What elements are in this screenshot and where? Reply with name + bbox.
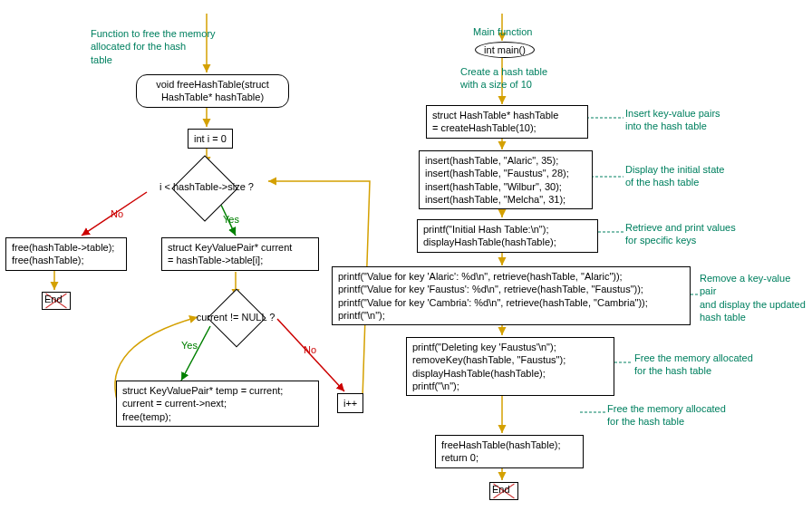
node-increment: i++ — [337, 393, 363, 413]
comment-display: Display the initial stateof the hash tab… — [625, 163, 761, 189]
node-func-sig: void freeHashTable(struct HashTable* has… — [136, 74, 289, 108]
comment-insert: Insert key-value pairsinto the hash tabl… — [625, 107, 752, 133]
comment-free-func: Function to free the memoryallocated for… — [91, 27, 245, 66]
node-free-hashtable: free(hashTable->table);free(hashTable); — [5, 237, 127, 271]
decision-null-text: current != NULL ? — [190, 312, 281, 323]
node-free-return: freeHashTable(hashTable);return 0; — [435, 435, 584, 468]
comment-free: Free the memory allocatedfor the hash ta… — [634, 352, 770, 378]
node-loop-body: struct KeyValuePair* temp = current;curr… — [116, 381, 319, 427]
label-yes-2: Yes — [181, 340, 198, 351]
node-display1: printf("Initial Hash Table:\n");displayH… — [417, 219, 598, 253]
node-main-sig: int main() — [475, 42, 535, 58]
comment-retrieve: Retrieve and print valuesfor specific ke… — [625, 221, 761, 247]
comment-create: Create a hash tablewith a size of 10 — [460, 65, 560, 92]
node-init-i: int i = 0 — [188, 129, 233, 149]
node-remove: printf("Deleting key 'Faustus'\n");remov… — [406, 337, 614, 396]
comment-free2: Free the memory allocatedfor the hash ta… — [607, 402, 752, 429]
decision-size-text: i < hashTable->size ? — [152, 181, 261, 192]
comment-main: Main function — [473, 25, 532, 38]
node-create-hashtable: struct HashTable* hashTable= createHashT… — [426, 105, 588, 139]
end-label-right: End — [492, 484, 510, 495]
label-no-2: No — [304, 344, 316, 355]
node-inserts: insert(hashTable, "Alaric", 35);insert(h… — [419, 150, 593, 209]
label-yes-1: Yes — [223, 214, 239, 225]
label-no-1: No — [111, 208, 123, 219]
comment-remove: Remove a key-value pairand display the u… — [700, 272, 808, 323]
node-current-assign: struct KeyValuePair* current= hashTable-… — [161, 237, 319, 271]
node-retrieve: printf("Value for key 'Alaric': %d\n", r… — [332, 266, 691, 325]
end-label-left: End — [44, 294, 63, 304]
